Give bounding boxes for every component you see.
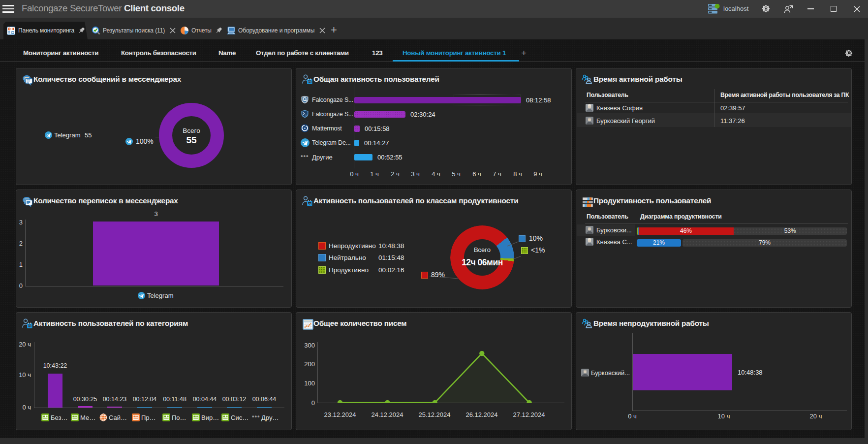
svg-text:21: 21	[308, 81, 311, 84]
svg-text:21: 21	[28, 325, 31, 328]
svg-text:21: 21	[308, 202, 311, 205]
